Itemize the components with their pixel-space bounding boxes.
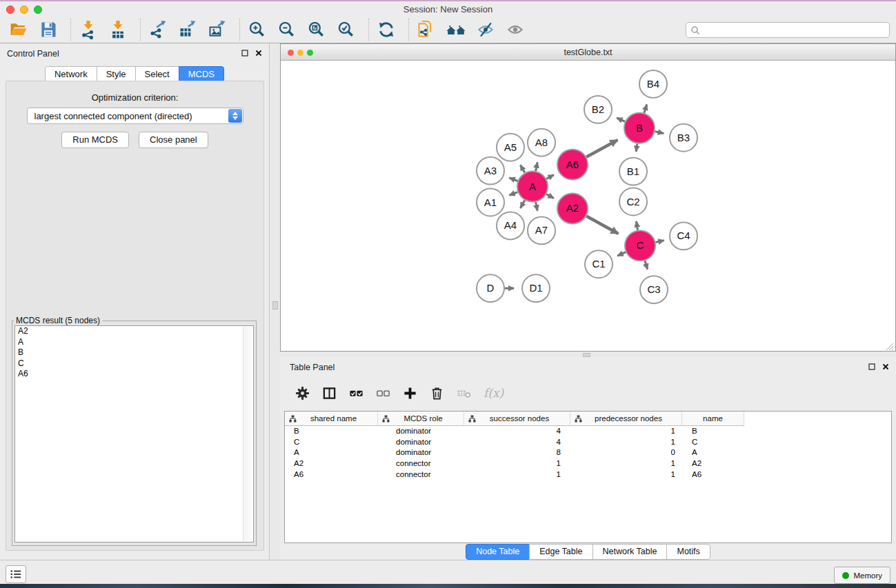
graph-edge-A-A1[interactable]	[509, 192, 517, 196]
graph-edge-B-B1[interactable]	[636, 143, 637, 151]
hide-selected-icon	[476, 20, 495, 39]
show-all-button[interactable]	[505, 19, 526, 40]
table-cell: 4	[464, 426, 570, 437]
table-cell-filler	[744, 447, 891, 458]
resize-grip-icon[interactable]	[886, 341, 894, 349]
graph-edge-A-A4[interactable]	[520, 201, 524, 208]
hide-selected-button[interactable]	[475, 19, 496, 40]
mcds-result-item: B	[15, 347, 253, 358]
table-row[interactable]: Cdominator41C	[285, 437, 891, 448]
scrollbar-track[interactable]	[243, 327, 252, 541]
graph-edge-B-B2[interactable]	[617, 118, 625, 121]
graph-edge-A-A2[interactable]	[546, 194, 554, 199]
column-header-shared-name[interactable]: shared name	[285, 412, 378, 426]
graph-node-label-A2: A2	[566, 202, 579, 214]
table-cell-filler	[744, 458, 891, 469]
graph-edge-C-C3[interactable]	[645, 261, 648, 269]
tab-node-table[interactable]: Node Table	[466, 544, 530, 560]
import-table-button[interactable]	[108, 19, 128, 40]
save-session-icon	[39, 20, 58, 39]
function-builder-icon[interactable]: f(x)	[484, 386, 504, 400]
column-header-predecessor-nodes[interactable]: predecessor nodes	[570, 412, 682, 426]
table-cell: A2	[682, 458, 744, 469]
network-window-titlebar[interactable]: testGlobe.txt	[281, 44, 895, 61]
float-panel-icon[interactable]	[241, 50, 248, 57]
float-panel-icon[interactable]	[868, 363, 875, 370]
export-network-button[interactable]	[148, 19, 168, 40]
mcds-result-item: C	[15, 358, 253, 369]
graph-edge-C-C2[interactable]	[636, 221, 637, 230]
table-header-row: shared nameMCDS rolesuccessor nodesprede…	[285, 412, 891, 426]
table-cell: dominator	[378, 426, 464, 437]
graph-edge-A-A7[interactable]	[536, 202, 538, 211]
graph-edge-A-A3[interactable]	[509, 178, 517, 181]
tab-network-table[interactable]: Network Table	[593, 544, 668, 560]
graph-edge-A2-C[interactable]	[586, 216, 618, 234]
show-all-icon	[506, 20, 525, 39]
memory-button[interactable]: Memory	[834, 567, 890, 584]
open-session-button[interactable]	[8, 19, 29, 40]
close-panel-icon[interactable]	[882, 363, 889, 370]
select-all-button[interactable]	[348, 385, 364, 401]
split-panel-button[interactable]	[321, 385, 337, 401]
zoom-out-button[interactable]	[277, 19, 297, 40]
tab-motifs[interactable]: Motifs	[666, 544, 710, 560]
graph-edge-A-A5[interactable]	[520, 165, 524, 172]
export-image-button[interactable]	[207, 19, 228, 40]
zoom-in-button[interactable]	[247, 19, 268, 40]
table-cell: A6	[682, 469, 744, 480]
graph-edge-B-B3[interactable]	[655, 132, 664, 134]
close-panel-button[interactable]: Close panel	[139, 132, 208, 148]
save-session-button[interactable]	[38, 19, 59, 40]
graph-edge-A-A6[interactable]	[546, 175, 554, 179]
column-header-successor-nodes[interactable]: successor nodes	[464, 412, 570, 426]
table-row[interactable]: A6connector11A6	[285, 469, 891, 480]
first-neighbors-button[interactable]	[446, 19, 466, 40]
optimization-criterion-select[interactable]: largest connected component (directed)	[27, 108, 243, 124]
close-panel-icon[interactable]	[255, 50, 262, 57]
graph-edge-B-B4[interactable]	[644, 104, 647, 112]
new-network-from-selection-button[interactable]	[416, 19, 437, 40]
table-row[interactable]: A2connector11A2	[285, 458, 891, 469]
task-history-button[interactable]	[6, 565, 26, 583]
add-column-icon	[403, 386, 417, 401]
zoom-fit-button[interactable]	[306, 19, 327, 40]
table-row[interactable]: Adominator80A	[285, 447, 891, 458]
graph-node-label-B3: B3	[677, 132, 690, 143]
table-cell: 4	[464, 437, 570, 448]
network-canvas[interactable]: B4B2BB3A5A8A6B1A3AA1C2A2A4A7CC4C1C3DD1	[281, 61, 895, 351]
add-column-button[interactable]	[401, 385, 418, 401]
refresh-layout-button[interactable]	[376, 19, 397, 40]
column-header-name[interactable]: name	[682, 412, 744, 426]
network-graph[interactable]: B4B2BB3A5A8A6B1A3AA1C2A2A4A7CC4C1C3DD1	[281, 61, 895, 351]
deselect-all-button[interactable]	[375, 385, 391, 401]
first-neighbors-icon	[446, 20, 466, 39]
table-cell: 1	[570, 458, 682, 469]
run-mcds-button[interactable]: Run MCDS	[61, 132, 129, 148]
graph-node-label-A6: A6	[566, 159, 579, 170]
table-row[interactable]: Bdominator41B	[285, 426, 891, 437]
clear-table-button[interactable]	[455, 385, 472, 401]
import-network-button[interactable]	[78, 19, 99, 40]
export-table-button[interactable]	[177, 19, 198, 40]
column-header-MCDS-role[interactable]: MCDS role	[378, 412, 464, 426]
graph-node-label-A5: A5	[504, 141, 517, 153]
delete-column-button[interactable]	[428, 385, 445, 401]
main-toolbar	[0, 17, 896, 43]
delete-column-icon	[430, 386, 444, 401]
settings-button[interactable]	[294, 385, 310, 401]
mcds-result-list: A2ABCA6	[14, 325, 254, 543]
search-input[interactable]	[700, 23, 889, 37]
tab-edge-table[interactable]: Edge Table	[529, 544, 593, 560]
table-cell: 0	[570, 447, 682, 458]
graph-edge-C-C1[interactable]	[617, 252, 626, 256]
graph-edge-A-A8[interactable]	[536, 162, 538, 171]
graph-edge-C-C4[interactable]	[655, 241, 664, 243]
graph-edge-A6-B[interactable]	[586, 140, 617, 157]
zoom-selected-button[interactable]	[336, 19, 357, 40]
graph-node-label-D1: D1	[529, 282, 542, 294]
select-stepper-icon	[228, 109, 242, 123]
table-cell: 1	[570, 426, 682, 437]
vertical-splitter-handle[interactable]	[272, 301, 278, 310]
graph-node-label-C3: C3	[647, 283, 660, 295]
